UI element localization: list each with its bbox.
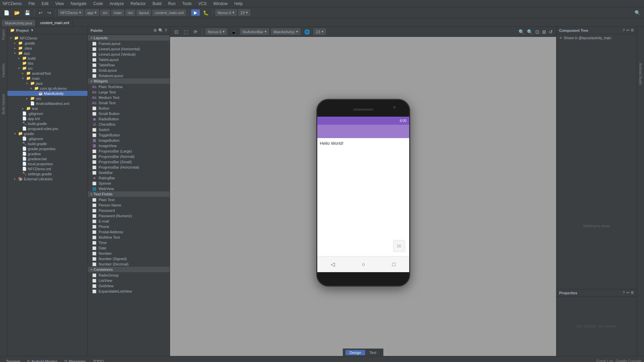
tree-item[interactable]: 📄gradle.properties — [7, 146, 88, 151]
palette-item-multilinetext[interactable]: ⬜Multiline Text — [88, 235, 170, 240]
tree-item[interactable]: ▾📁main — [7, 76, 88, 81]
tree-item[interactable]: ▾📁com.lgl.nfcdemo — [7, 86, 88, 91]
menu-refactor[interactable]: Refactor — [129, 1, 147, 7]
favorites-stripe-label[interactable]: Favorites — [2, 62, 5, 78]
palette-item-ratingbar[interactable]: ★RatingBar — [88, 175, 170, 181]
menu-nfcdemo[interactable]: NFCDemo — [1, 1, 23, 7]
tree-item[interactable]: ▸📚External Libraries — [7, 176, 88, 181]
tree-item[interactable]: ▸📁test — [7, 106, 88, 111]
palette-item-tablelayout[interactable]: ⬜TableLayout — [88, 57, 170, 62]
menu-analyze[interactable]: Analyze — [108, 1, 125, 7]
palette-item-webview[interactable]: 🌐WebView — [88, 186, 170, 191]
tree-item[interactable]: ▾📁gradle — [7, 131, 88, 136]
canvas-fit-btn[interactable]: ⊡ — [173, 28, 180, 35]
tree-item[interactable]: 🔨build.gradle — [7, 141, 88, 146]
tree-item[interactable]: ▾📁app — [7, 51, 88, 56]
palette-item-phone[interactable]: ⬜Phone — [88, 224, 170, 229]
palette-item-linearlayout-v[interactable]: ⬜LinearLayout (Vertical) — [88, 52, 170, 57]
palette-item-password[interactable]: ⬜Password — [88, 208, 170, 213]
event-log-label[interactable]: Event Log — [596, 359, 613, 362]
toolbar-new-btn[interactable]: 📄 — [2, 9, 11, 16]
phone-recents-btn[interactable]: □ — [392, 261, 395, 267]
component-tree-help-icon[interactable]: ? — [623, 28, 625, 33]
canvas-language-btn[interactable]: 🌐 — [303, 28, 312, 35]
palette-item-mediumtext[interactable]: AbMedium Text — [88, 95, 170, 100]
palette-item-plaintextview[interactable]: AbPlain TextView — [88, 84, 170, 89]
layout-dropdown[interactable]: layout — [137, 10, 151, 16]
palette-item-smalltext[interactable]: AbSmall Text — [88, 100, 170, 106]
palette-help-icon[interactable]: ? — [165, 28, 167, 33]
nexus-device-canvas-dropdown[interactable]: Nexus 6 ▾ — [206, 28, 227, 35]
menu-build[interactable]: Build — [151, 1, 163, 7]
tree-item[interactable]: ▾📁src — [7, 66, 88, 71]
tree-item[interactable]: ▾📁java — [7, 81, 88, 86]
menu-file[interactable]: File — [27, 1, 36, 7]
palette-item-seekbar[interactable]: ⬜SeekBar — [88, 170, 170, 175]
palette-item-number-signed[interactable]: ⬜Number (Signed) — [88, 256, 170, 261]
tab-content-main[interactable]: content_main.xml — [37, 19, 73, 26]
palette-item-largetext[interactable]: AbLarge Text — [88, 89, 170, 95]
menu-vcs[interactable]: VCS — [197, 1, 208, 7]
tree-item[interactable]: 📄AndroidManifest.xml — [7, 101, 88, 106]
palette-item-postaladdress[interactable]: ⬜Postal Address — [88, 229, 170, 235]
android-studio-stripe-label[interactable]: Android Studio — [639, 62, 642, 86]
palette-item-time[interactable]: ⬜Time — [88, 240, 170, 245]
toolbar-save-btn[interactable]: 💾 — [23, 9, 32, 16]
text-tab[interactable]: Text — [366, 350, 381, 355]
palette-item-spinner[interactable]: ⬜Spinner — [88, 181, 170, 186]
canvas-device-icon[interactable]: 📱 — [229, 28, 238, 35]
debug-btn[interactable]: 🐛 — [201, 9, 210, 16]
menu-run[interactable]: Run — [167, 1, 177, 7]
palette-item-gridlayout[interactable]: ⬜GridLayout — [88, 68, 170, 73]
menu-code[interactable]: Code — [92, 1, 104, 7]
phone-fab-button[interactable]: ✉ — [393, 240, 405, 252]
nexus-device-dropdown[interactable]: Nexus 6 ▾ — [215, 9, 237, 16]
tree-item[interactable]: ▸📁.idea — [7, 46, 88, 51]
tree-item[interactable]: 📄.gitignore — [7, 136, 88, 141]
palette-item-gridview[interactable]: ⬜GridView — [88, 283, 170, 289]
tree-item[interactable]: ▸📁res — [7, 96, 88, 101]
module-dropdown[interactable]: app ▾ — [85, 9, 99, 16]
palette-item-progressbar-small[interactable]: ⬜ProgressBar (Small) — [88, 159, 170, 165]
palette-section-textfields[interactable]: ▾ Text Fields — [88, 191, 170, 197]
properties-help-icon[interactable]: ? — [623, 291, 625, 295]
palette-section-layouts[interactable]: ▾ Layouts — [88, 35, 170, 41]
palette-item-checkbox[interactable]: ☑CheckBox — [88, 122, 170, 127]
tree-item[interactable]: 📄gradlew — [7, 151, 88, 156]
zoom-in-btn[interactable]: 🔍 — [526, 28, 533, 35]
palette-section-widgets[interactable]: ▾ Widgets — [88, 78, 170, 84]
palette-item-number[interactable]: ⬜Number — [88, 251, 170, 256]
zoom-out-btn[interactable]: 🔍 — [518, 28, 525, 35]
api-level-dropdown[interactable]: 23 ▾ — [238, 9, 250, 16]
palette-item-imagebutton[interactable]: 🖼ImageButton — [88, 138, 170, 143]
tree-item[interactable]: 📄.gitignore — [7, 111, 88, 116]
properties-undo-icon[interactable]: ↩ — [626, 291, 629, 295]
menu-edit[interactable]: Edit — [40, 1, 50, 7]
zoom-reset-btn[interactable]: ⊞ — [541, 28, 547, 35]
palette-item-linearlayout-h[interactable]: ⬜LinearLayout (Horizontal) — [88, 46, 170, 52]
palette-item-tablerow[interactable]: ⬜TableRow — [88, 62, 170, 68]
palette-settings-icon[interactable]: ⚙ — [153, 28, 157, 33]
tree-item[interactable]: 📄proguard-rules.pro — [7, 126, 88, 131]
tree-item[interactable]: 📄gradlew.bat — [7, 156, 88, 161]
phone-back-btn[interactable]: ◁ — [331, 261, 335, 267]
design-tab[interactable]: Design — [345, 350, 365, 355]
canvas-actual-btn[interactable]: ⬚ — [182, 28, 190, 35]
menu-view[interactable]: View — [54, 1, 65, 7]
gradle-console-label[interactable]: Gradle Console — [616, 359, 641, 362]
palette-item-password-numeric[interactable]: ⬜Password (Numeric) — [88, 213, 170, 219]
layout-path-dropdown[interactable]: src — [100, 10, 110, 16]
palette-item-radiobutton[interactable]: ◉RadioButton — [88, 116, 170, 122]
zoom-refresh-btn[interactable]: ↺ — [548, 28, 553, 35]
palette-item-button[interactable]: ⬜Button — [88, 106, 170, 111]
palette-item-progressbar-normal[interactable]: ⬜ProgressBar (Normal) — [88, 154, 170, 159]
palette-item-switch[interactable]: ⬜Switch — [88, 127, 170, 132]
buildvariants-stripe-label[interactable]: Build Variants — [2, 93, 5, 116]
palette-item-progressbar-large[interactable]: ⬜ProgressBar (Large) — [88, 148, 170, 154]
palette-item-radiogroup[interactable]: ⬜RadioGroup — [88, 273, 170, 278]
canvas-refresh-btn[interactable]: ⟳ — [192, 28, 199, 35]
palette-item-date[interactable]: ⬜Date — [88, 245, 170, 251]
menu-tools[interactable]: Tools — [181, 1, 193, 7]
tree-item[interactable]: 📄app.iml — [7, 116, 88, 121]
menu-window[interactable]: Window — [212, 1, 229, 7]
